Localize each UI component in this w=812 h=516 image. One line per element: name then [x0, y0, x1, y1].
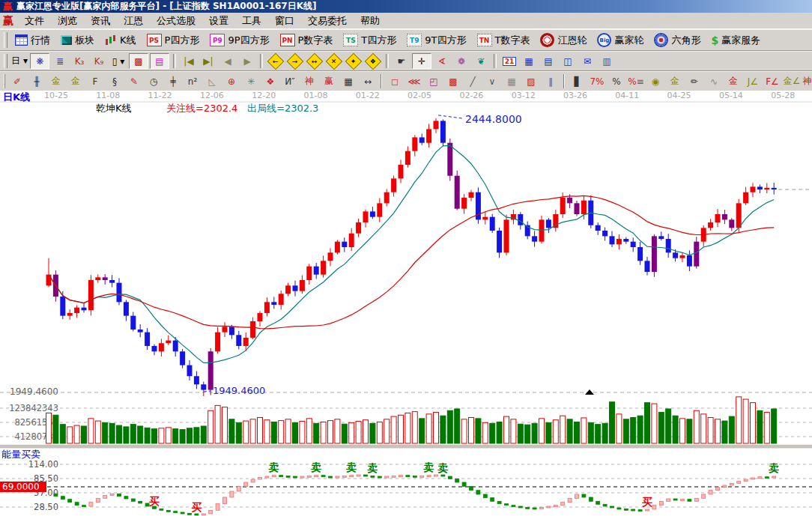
quotes-button[interactable]: 行情 [10, 33, 55, 48]
wave-band-icon[interactable]: ∿ [705, 74, 723, 88]
crosshair-icon[interactable]: ✛ [412, 53, 431, 69]
pan-right-icon[interactable]: → [286, 54, 304, 68]
grid-arrow-icon[interactable]: ▨ [522, 74, 540, 88]
draw-pen-icon[interactable]: ✎ [125, 74, 143, 88]
drag-hand-icon[interactable]: ☛ [393, 54, 410, 68]
menu-item-5[interactable]: 公式选股 [150, 13, 202, 28]
stat-bars-icon[interactable]: ▋ [569, 74, 587, 88]
gold-circle-icon[interactable]: ◉ [646, 74, 664, 88]
compress-all-icon[interactable]: ❖ [364, 54, 382, 68]
gold-lines2-icon[interactable]: 金 [67, 74, 85, 88]
angle-ruler-icon[interactable]: ◺ [203, 74, 221, 88]
first-page-icon[interactable]: |◀ [180, 54, 198, 68]
buy-signal-label: 买 [149, 495, 160, 507]
menu-item-9[interactable]: 交易委托 [301, 13, 354, 28]
gold-lines-icon[interactable]: 金 [47, 74, 65, 88]
gold-angle-icon[interactable]: 金∠ [783, 74, 801, 88]
next-page-icon[interactable]: ▶ [238, 54, 256, 68]
expand-all-icon[interactable]: ✦ [345, 54, 363, 68]
sectors-button[interactable]: 板块 [55, 33, 100, 48]
winner-wheel-button[interactable]: Big赢家轮 [592, 32, 649, 48]
n-square-icon[interactable]: n² [184, 74, 202, 88]
price-grid-icon[interactable]: ▦ [339, 74, 357, 88]
prev-page-icon[interactable]: ◀ [219, 54, 237, 68]
save-icon[interactable]: ◫ [559, 54, 577, 68]
menu-item-1[interactable]: 文件 [18, 13, 51, 28]
v-lines-icon[interactable]: ∨ [483, 74, 501, 88]
toolbar-grip[interactable] [4, 32, 7, 48]
f-angle-icon[interactable]: F∠ [763, 74, 781, 88]
winner-service-button[interactable]: $赢家服务 [706, 33, 766, 48]
square-tool-icon[interactable]: ◻ [386, 74, 404, 88]
k3-combine-icon[interactable]: K₃ [70, 54, 88, 68]
notes-icon[interactable]: ▤ [539, 54, 557, 68]
gold-levels-icon[interactable]: 金 [666, 74, 684, 88]
candle-style-selector[interactable]: ▯ ▾ [109, 54, 127, 68]
menu-item-4[interactable]: 江恩 [117, 13, 150, 28]
pan-left-icon[interactable]: ← [267, 54, 285, 68]
fan-box-icon[interactable]: ◰ [425, 74, 443, 88]
remote-pc-icon[interactable]: ▥ [598, 54, 616, 68]
info-list-icon[interactable]: ≣ [51, 54, 69, 68]
menu-item-2[interactable]: 浏览 [51, 13, 84, 28]
calculator-icon[interactable]: ▦ [520, 54, 538, 68]
h-measure-icon[interactable]: ↔ [359, 74, 377, 88]
red-pattern-icon[interactable]: ▩ [129, 53, 148, 69]
mind-map-icon[interactable]: ❦ [472, 54, 490, 68]
kline-chart-svg[interactable]: 10-2511-0811-2212-0612-2001-0801-2202-05… [0, 91, 812, 516]
period-day-selector[interactable]: 日 ▾ [10, 54, 28, 68]
fan-grid-icon[interactable]: ▩ [444, 74, 462, 88]
chart-area[interactable]: 10-2511-0811-2212-0612-2001-0801-2202-05… [0, 91, 812, 516]
time-cycle-icon[interactable]: ◷ [145, 74, 163, 88]
price-lines-icon[interactable]: ╪ [164, 74, 182, 88]
parallel-lines-icon[interactable]: ∥ [542, 74, 560, 88]
p-number-button[interactable]: PNP数字表 [275, 33, 339, 48]
last-page-icon[interactable]: ▶| [199, 54, 217, 68]
kline-button[interactable]: K线 [100, 33, 142, 48]
shen-lines-icon[interactable]: 神 [300, 74, 318, 88]
trend-lines-icon[interactable]: ╱ [464, 74, 482, 88]
t9-square-button[interactable]: T99T四方形 [402, 33, 471, 48]
k9-combine-icon[interactable]: K₉ [90, 54, 108, 68]
menu-item-7[interactable]: 工具 [235, 13, 268, 28]
gold-red-icon[interactable]: 金 [724, 74, 742, 88]
menu-item-3[interactable]: 资讯 [84, 13, 117, 28]
compress-h-icon[interactable]: ✕ [325, 54, 343, 68]
shen-angle-icon[interactable]: 神∠ [802, 74, 812, 88]
gann-flower-icon[interactable]: ❁ [452, 54, 470, 68]
gann-grid-lines-icon[interactable]: ╫ [28, 74, 46, 88]
brush-icon[interactable]: ✏ [685, 74, 703, 88]
toolbar-grip[interactable] [4, 74, 5, 89]
t-square-button[interactable]: TST四方形 [338, 33, 402, 48]
volume-bar [616, 414, 622, 443]
p-square-button[interactable]: PSP四方形 [142, 33, 205, 48]
percent-levels-icon[interactable]: %≡ [627, 74, 645, 88]
calendar-icon[interactable]: 21 [500, 54, 518, 68]
t-number-button[interactable]: TNT数字表 [472, 33, 536, 48]
fib-lines-icon[interactable]: F [86, 74, 104, 88]
win-lines-icon[interactable]: 赢 [320, 74, 338, 88]
angle-measure-icon[interactable]: ∢ [433, 54, 451, 68]
send-mail-icon[interactable]: ✉ [578, 54, 596, 68]
toolbar-grip[interactable] [4, 54, 7, 69]
wave-count-icon[interactable]: И″ [281, 74, 299, 88]
histogram-icon[interactable]: ▤ [150, 53, 169, 69]
star-box-icon[interactable]: ❖ [261, 74, 279, 88]
web-chart-icon[interactable]: ❋ [30, 53, 49, 69]
p9-square-button[interactable]: P99P四方形 [204, 33, 274, 48]
grid-tool-icon[interactable]: ▦ [503, 74, 521, 88]
star-burst-icon[interactable]: ✳ [242, 74, 260, 88]
percent-retrace-icon[interactable]: 7% [588, 74, 606, 88]
fan-rays-icon[interactable]: ⋘ [405, 74, 423, 88]
gann-wheel-button[interactable]: 江恩轮 [535, 32, 592, 48]
menu-item-8[interactable]: 窗口 [268, 13, 301, 28]
circle-target-icon[interactable]: ⊕ [222, 74, 240, 88]
spiral-lines-icon[interactable]: § [106, 74, 124, 88]
percent-icon[interactable]: % [608, 74, 625, 88]
menu-item-6[interactable]: 设置 [202, 13, 235, 28]
menu-item-10[interactable]: 帮助 [354, 13, 387, 28]
hexagon-button[interactable]: 六角形 [649, 32, 706, 48]
j-angle-icon[interactable]: J∠ [744, 74, 762, 88]
stretch-h-icon[interactable]: ↔ [306, 54, 324, 68]
draw-arrow-icon[interactable]: ✐ [8, 74, 26, 88]
